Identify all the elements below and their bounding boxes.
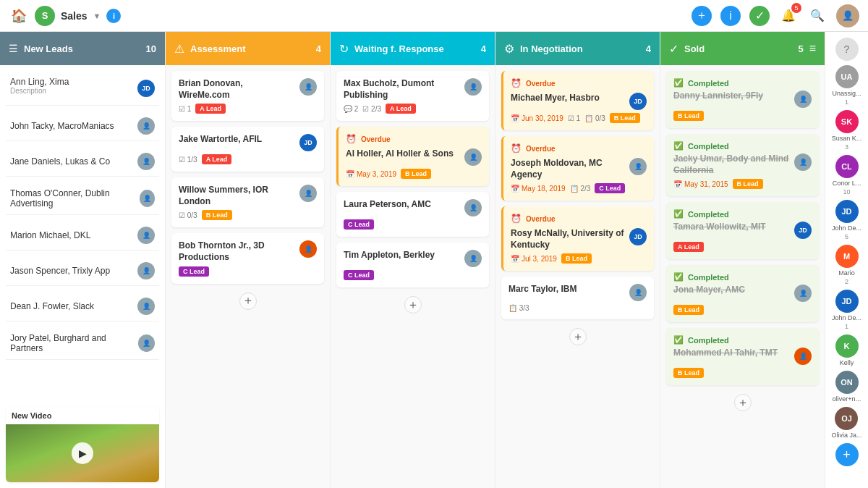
negotiation-title: In Negotiation <box>520 43 640 54</box>
avatar-count: 3 <box>845 143 848 151</box>
list-item[interactable]: Marion Michael, DKL 👤 <box>6 221 159 251</box>
sold-card[interactable]: ✅ Completed Jacky Umar, Body and Mind Ca… <box>666 134 819 196</box>
list-item[interactable]: Jane Daniels, Lukas & Co 👤 <box>6 147 159 177</box>
assessment-card[interactable]: Brian Donovan, WireMe.com 👤 ☑ 1 A Lead <box>171 71 324 121</box>
new-leads-count: 10 <box>146 43 156 54</box>
negotiation-card[interactable]: Marc Taylor, IBM 👤 📋 3/3 <box>501 277 654 319</box>
sidebar-avatar-item[interactable]: UA Unassig... 1 <box>832 65 861 106</box>
negotiation-card-overdue[interactable]: ⏰ Overdue Joseph Moldovan, MC Agency 👤 📅… <box>501 136 654 201</box>
video-thumbnail[interactable]: ▶ <box>6 424 159 482</box>
card-title: Willow Summers, IOR London <box>179 185 295 207</box>
overdue-label: Overdue <box>526 215 556 223</box>
sidebar-avatar-item[interactable]: JD John De... 1 <box>832 290 861 330</box>
sidebar-avatar-item[interactable]: CL Conor L... 10 <box>833 155 861 195</box>
list-item[interactable]: Jason Spencer, Trixly App 👤 <box>6 256 159 286</box>
home-icon[interactable]: 🏠 <box>9 6 29 26</box>
assessment-title: Assessment <box>190 43 310 54</box>
app-logo: S <box>35 6 55 26</box>
assessment-card[interactable]: Willow Summers, IOR London 👤 ☑ 0/3 B Lea… <box>171 177 324 227</box>
due-date: 📅 May 18, 2019 <box>511 185 566 193</box>
search-button[interactable]: 🔍 <box>807 6 827 26</box>
avatar: 👤 <box>299 78 317 96</box>
list-item[interactable]: Dean J. Fowler, Slack 👤 <box>6 292 159 321</box>
sidebar-avatar-item[interactable]: M Mario 2 <box>835 245 859 285</box>
list-item[interactable]: John Tacky, MacroManiacs 👤 <box>6 112 159 141</box>
lead-name: John Tacky, MacroManiacs <box>10 121 114 131</box>
info-icon[interactable]: i <box>106 9 121 23</box>
completed-label: Completed <box>688 210 729 219</box>
check-button[interactable]: ✓ <box>749 6 770 26</box>
sold-card[interactable]: ✅ Completed Danny Lannister, 9Fly 👤 B Le… <box>666 71 819 128</box>
completed-check-icon: ✅ <box>673 141 684 151</box>
lead-badge: C Lead <box>344 270 374 280</box>
sold-card[interactable]: ✅ Completed Mohammed Al Tahir, TMT 👤 B L… <box>666 328 819 385</box>
sidebar-avatar-item[interactable]: K Kelly <box>835 335 859 366</box>
waiting-card[interactable]: Max Bucholz, Dumont Publishing 👤 💬 2 ☑ 2… <box>336 71 489 121</box>
avatar: 👤 <box>137 153 155 170</box>
list-item[interactable]: Thomas O'Conner, Dublin Advertising 👤 <box>6 182 159 215</box>
avatar-count: 2 <box>845 278 848 285</box>
assessment-card[interactable]: Jake Wartortle, AFIL JD ☑ 1/3 A Lead <box>171 127 324 172</box>
avatar: 👤 <box>629 284 647 301</box>
card-title: Al Holler, Al Holler & Sons <box>346 148 460 160</box>
avatar: 👤 <box>794 91 812 108</box>
completed-check-icon: ✅ <box>673 272 684 282</box>
card-title: Mohammed Al Tahir, TMT <box>673 348 790 359</box>
info-button[interactable]: i <box>720 6 741 26</box>
lead-badge: C Lead <box>595 183 625 193</box>
card-title: Danny Lannister, 9Fly <box>673 91 790 102</box>
sidebar-avatar-item[interactable]: OJ Olivia Ja... <box>831 407 861 439</box>
avatar: OJ <box>835 407 858 430</box>
lead-badge: B Lead <box>733 179 763 189</box>
add-button[interactable]: ＋ <box>692 6 712 26</box>
avatar-count: 1 <box>845 323 848 330</box>
waiting-count: 4 <box>481 43 486 54</box>
overdue-label: Overdue <box>361 135 391 143</box>
sold-card[interactable]: ✅ Completed Tamara Wollowitz, MIT JD A L… <box>666 202 819 259</box>
add-card-button[interactable]: ＋ <box>239 293 257 310</box>
avatar: 👤 <box>629 158 647 175</box>
assessment-card[interactable]: Bob Thornton Jr., 3D Productions 👤 C Lea… <box>171 233 324 283</box>
card-title: Rosy McNally, University of Kentucky <box>511 228 625 251</box>
avatar-label: John De... <box>832 314 861 321</box>
sold-body: ✅ Completed Danny Lannister, 9Fly 👤 B Le… <box>660 65 825 488</box>
waiting-card[interactable]: Laura Peterson, AMC 👤 C Lead <box>336 192 489 237</box>
avatar: 👤 <box>299 240 317 258</box>
avatar: 👤 <box>140 190 155 207</box>
completed-label: Completed <box>688 79 729 88</box>
add-user-button[interactable]: + <box>835 443 859 466</box>
waiting-card-overdue[interactable]: ⏰ Overdue Al Holler, Al Holler & Sons 👤 … <box>336 127 489 186</box>
sold-card[interactable]: ✅ Completed Jona Mayer, AMC 👤 B Lead <box>666 265 819 322</box>
avatar-label: Unassig... <box>832 90 861 97</box>
checklist: 📋 2/3 <box>570 185 591 193</box>
waiting-card[interactable]: Tim Appleton, Berkley 👤 C Lead <box>336 243 489 287</box>
waiting-title: Waiting f. Response <box>354 43 475 54</box>
negotiation-card-overdue[interactable]: ⏰ Overdue Rosy McNally, University of Ke… <box>501 206 654 271</box>
due-date: 📅 May 3, 2019 <box>346 170 396 178</box>
list-item[interactable]: Ann Ling, Xima Description JD <box>6 71 159 106</box>
dropdown-caret[interactable]: ▼ <box>93 12 101 20</box>
add-card-button[interactable]: ＋ <box>404 296 422 314</box>
user-avatar[interactable]: 👤 <box>836 4 859 28</box>
avatar: 👤 <box>794 285 812 302</box>
sidebar-avatar-item[interactable]: SK Susan K... 3 <box>832 110 862 151</box>
notification-button[interactable]: 🔔 5 <box>778 6 799 26</box>
avatar: 👤 <box>794 348 812 365</box>
sidebar-avatar-item[interactable]: JD John De... 5 <box>832 200 861 240</box>
sidebar-avatar-item[interactable]: ON oliver+n... <box>833 371 861 403</box>
negotiation-card-overdue[interactable]: ⏰ Overdue Michael Myer, Hasbro JD 📅 Jun … <box>501 71 654 130</box>
hamburger-icon[interactable]: ☰ <box>9 43 18 54</box>
column-header-waiting: ↻ Waiting f. Response 4 <box>331 32 495 65</box>
card-title: Joseph Moldovan, MC Agency <box>511 158 625 180</box>
lead-badge: B Lead <box>673 305 704 315</box>
card-title: Bob Thornton Jr., 3D Productions <box>179 240 295 263</box>
menu-icon[interactable]: ≡ <box>809 42 816 55</box>
assessment-count: 4 <box>316 43 321 54</box>
avatar-label: Mario <box>838 269 855 277</box>
negotiation-body: ⏰ Overdue Michael Myer, Hasbro JD 📅 Jun … <box>495 65 660 488</box>
avatar: 👤 <box>137 227 155 244</box>
add-card-button[interactable]: ＋ <box>569 328 587 345</box>
list-item[interactable]: Jory Patel, Burghard and Partners 👤 <box>6 327 159 360</box>
add-card-button[interactable]: ＋ <box>734 394 752 411</box>
play-button[interactable]: ▶ <box>72 442 93 464</box>
